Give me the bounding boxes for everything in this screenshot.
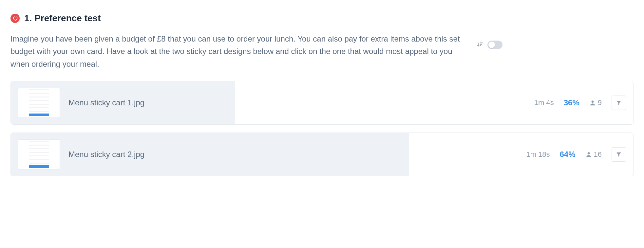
filter-button[interactable] — [612, 96, 626, 110]
result-thumbnail[interactable] — [18, 88, 60, 118]
result-row-content: Menu sticky cart 2.jpg1m 18s64%16 — [11, 133, 633, 175]
result-filename: Menu sticky cart 1.jpg — [68, 98, 526, 107]
result-row[interactable]: Menu sticky cart 1.jpg1m 4s36%9 — [10, 81, 634, 125]
result-row-content: Menu sticky cart 1.jpg1m 4s36%9 — [11, 82, 633, 124]
results-list: Menu sticky cart 1.jpg1m 4s36%9Menu stic… — [10, 81, 634, 176]
result-percent: 36% — [564, 98, 579, 107]
funnel-icon — [616, 151, 622, 157]
svg-point-3 — [591, 101, 594, 103]
svg-rect-2 — [480, 45, 481, 46]
svg-rect-1 — [480, 44, 482, 45]
section-title: 1. Preference test — [24, 13, 101, 24]
funnel-icon — [616, 100, 622, 106]
section-header: 1. Preference test — [10, 13, 634, 24]
section-description: Imagine you have been given a budget of … — [10, 33, 469, 70]
result-participants: 16 — [585, 150, 602, 159]
result-participants-count: 16 — [594, 150, 602, 159]
result-filename: Menu sticky cart 2.jpg — [68, 150, 518, 159]
sort-descending-icon[interactable] — [477, 42, 483, 48]
result-time: 1m 4s — [534, 98, 554, 107]
person-icon — [585, 151, 592, 158]
section-controls — [477, 33, 502, 49]
svg-rect-0 — [480, 43, 483, 43]
heart-icon — [10, 14, 20, 23]
svg-point-4 — [587, 152, 590, 155]
description-row: Imagine you have been given a budget of … — [10, 33, 634, 70]
result-stats: 1m 4s36%9 — [534, 96, 626, 110]
view-toggle[interactable] — [487, 41, 502, 49]
result-stats: 1m 18s64%16 — [526, 147, 626, 162]
filter-button[interactable] — [612, 147, 626, 162]
result-percent: 64% — [559, 150, 575, 159]
result-row[interactable]: Menu sticky cart 2.jpg1m 18s64%16 — [10, 133, 634, 176]
result-participants-count: 9 — [598, 98, 602, 107]
result-participants: 9 — [589, 98, 602, 107]
result-time: 1m 18s — [526, 150, 550, 159]
result-thumbnail[interactable] — [18, 139, 60, 169]
person-icon — [589, 99, 596, 106]
